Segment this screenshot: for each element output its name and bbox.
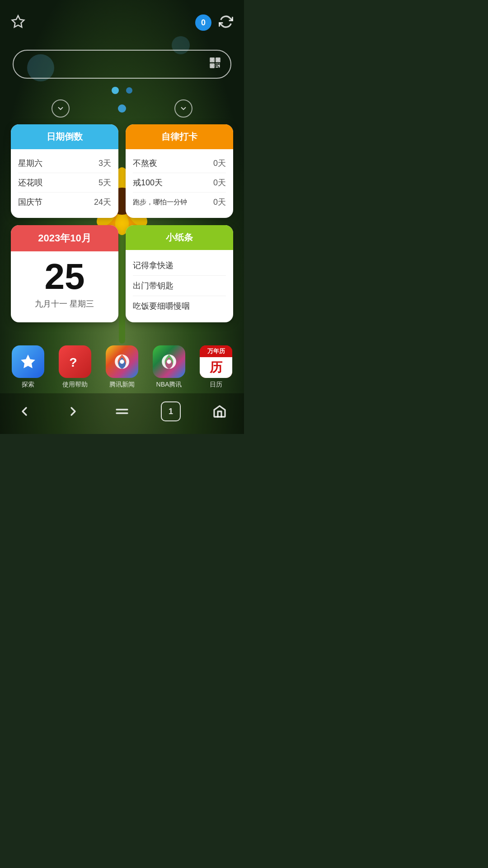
calendar-app-label: 日历	[210, 381, 222, 389]
countdown-title: 日期倒数	[11, 124, 118, 149]
qqnews-icon	[106, 345, 138, 378]
notes-title: 小纸条	[126, 225, 233, 250]
checkin-title: 自律打卡	[126, 124, 233, 149]
tab-count: 1	[161, 401, 181, 421]
app-dock: 探索 ? 使用帮助 腾讯新闻	[0, 345, 244, 389]
app-help[interactable]: ? 使用帮助	[59, 345, 91, 389]
countdown-widget[interactable]: 日期倒数 星期六 3天 还花呗 5天 国庆节 24天	[11, 124, 118, 218]
dot-1	[112, 87, 119, 94]
explore-icon	[12, 345, 44, 378]
refresh-button[interactable]	[219, 14, 233, 31]
home-button[interactable]	[208, 400, 231, 423]
note-item-2: 吃饭要细嚼慢咽	[133, 296, 226, 316]
note-item-0: 记得拿快递	[133, 255, 226, 276]
help-icon: ?	[59, 345, 91, 378]
dot-mid	[118, 104, 126, 113]
qqnews-label: 腾讯新闻	[109, 381, 135, 389]
header: 0	[0, 0, 244, 36]
badge-count: 0	[201, 18, 206, 28]
forward-button[interactable]	[62, 400, 84, 423]
app-nba[interactable]: NBA腾讯	[153, 345, 185, 389]
help-label: 使用帮助	[62, 381, 88, 389]
menu-button[interactable]	[111, 400, 133, 423]
svg-marker-0	[12, 16, 24, 27]
calendar-lunar: 九月十一 星期三	[35, 298, 94, 309]
nba-icon	[153, 345, 185, 378]
nba-label: NBA腾讯	[156, 381, 182, 389]
qr-code-icon[interactable]	[209, 57, 221, 72]
svg-marker-14	[21, 354, 35, 368]
countdown-item-1: 还花呗 5天	[18, 173, 111, 193]
calendar-title: 2023年10月	[11, 225, 118, 251]
collapse-right-button[interactable]	[174, 99, 192, 118]
svg-rect-4	[211, 58, 214, 61]
calendar-widget[interactable]: 2023年10月 25 九月十一 星期三	[11, 225, 118, 322]
checkin-item-0: 不熬夜 0天	[133, 154, 226, 173]
svg-rect-5	[217, 58, 220, 61]
notification-badge[interactable]: 0	[195, 14, 211, 31]
calendar-app-icon: 万年历 历	[200, 345, 232, 378]
calendar-day: 25	[45, 259, 85, 295]
widgets-grid: 日期倒数 星期六 3天 还花呗 5天 国庆节 24天 自律打卡 不熬夜 0天	[11, 124, 233, 322]
dot-2	[126, 87, 132, 94]
countdown-body: 星期六 3天 还花呗 5天 国庆节 24天	[11, 149, 118, 218]
navigation-bar: 1	[0, 393, 244, 434]
explore-label: 探索	[22, 381, 34, 389]
favorite-button[interactable]	[11, 14, 25, 31]
tabs-button[interactable]: 1	[160, 400, 182, 423]
checkin-body: 不熬夜 0天 戒100天 0天 跑步，哪怕一分钟 0天	[126, 149, 233, 218]
collapse-left-button[interactable]	[52, 99, 70, 118]
countdown-item-0: 星期六 3天	[18, 154, 111, 173]
checkin-item-2: 跑步，哪怕一分钟 0天	[133, 193, 226, 212]
notes-widget[interactable]: 小纸条 记得拿快递 出门带钥匙 吃饭要细嚼慢咽	[126, 225, 233, 322]
app-qqnews[interactable]: 腾讯新闻	[106, 345, 138, 389]
countdown-item-2: 国庆节 24天	[18, 193, 111, 212]
calendar-body: 25 九月十一 星期三	[11, 251, 118, 316]
search-bar[interactable]	[13, 50, 231, 79]
svg-rect-6	[211, 64, 214, 67]
notes-body: 记得拿快递 出门带钥匙 吃饭要细嚼慢咽	[126, 250, 233, 322]
svg-point-17	[120, 359, 124, 364]
svg-text:?: ?	[69, 355, 77, 369]
app-calendar[interactable]: 万年历 历 日历	[200, 345, 232, 389]
back-button[interactable]	[13, 400, 36, 423]
note-item-1: 出门带钥匙	[133, 276, 226, 296]
chevrons-row	[0, 99, 244, 118]
checkin-widget[interactable]: 自律打卡 不熬夜 0天 戒100天 0天 跑步，哪怕一分钟 0天	[126, 124, 233, 218]
svg-point-19	[167, 359, 171, 364]
app-explore[interactable]: 探索	[12, 345, 44, 389]
page-dots	[0, 87, 244, 94]
checkin-item-1: 戒100天 0天	[133, 173, 226, 193]
